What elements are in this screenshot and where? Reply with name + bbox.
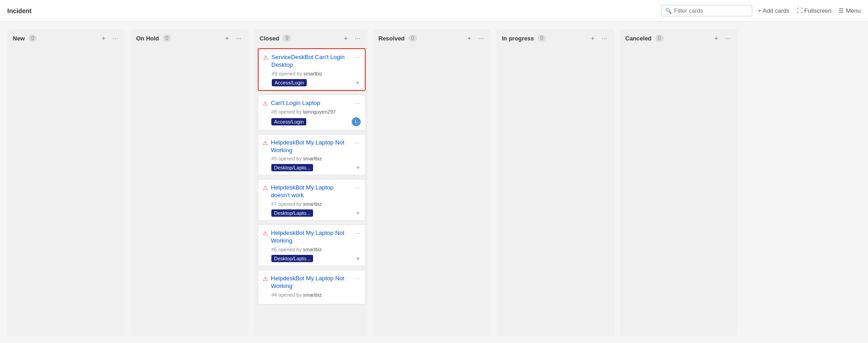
card-item[interactable]: ⚠HelpdeskBot My Laptop Not Working···#6 … [258, 224, 366, 266]
column-add-btn-closed[interactable]: + [342, 34, 349, 43]
card-item[interactable]: ⚠HelpdeskBot My Laptop Not Working···#4 … [258, 270, 366, 304]
fullscreen-button[interactable]: ⛶ Fullscreen [797, 7, 832, 14]
card-menu-button[interactable]: ··· [353, 54, 360, 60]
card-meta: #6 opened by smartbiz [271, 247, 361, 252]
incident-icon: ⚠ [263, 275, 268, 282]
column-title-new: New [13, 35, 25, 42]
card-title[interactable]: HelpdeskBot My Laptop Not Working [271, 139, 351, 154]
star-icon[interactable]: ✦ [355, 164, 361, 171]
column-add-btn-on-hold[interactable]: + [223, 34, 230, 43]
column-header-on-hold: On Hold0+··· [131, 29, 249, 46]
column-add-btn-new[interactable]: + [100, 34, 107, 43]
column-header-in-progress: In progress0+··· [496, 29, 614, 46]
column-count-closed: 9 [283, 35, 291, 42]
top-nav: Incident 🔍 + Add cards ⛶ Fullscreen ☰ Me… [0, 0, 868, 22]
incident-icon: ⚠ [263, 230, 268, 237]
column-more-btn-resolved[interactable]: ··· [476, 34, 485, 43]
card-footer: Access/LoginL [271, 117, 361, 126]
card-item[interactable]: ⚠Can't Login Laptop···#8 opened by lamng… [258, 94, 366, 130]
card-menu-button[interactable]: ··· [354, 275, 361, 282]
card-item[interactable]: ⚠ServiceDeskBot Can't Login Desktop···#9… [258, 48, 366, 91]
card-header-row: ⚠HelpdeskBot My Laptop Not Working··· [263, 275, 361, 290]
star-icon[interactable]: ✦ [355, 79, 360, 86]
column-actions-on-hold: +··· [223, 34, 243, 43]
column-body-closed: ⚠ServiceDeskBot Can't Login Desktop···#9… [254, 46, 368, 336]
app-title: Incident [7, 7, 656, 15]
incident-icon: ⚠ [263, 184, 268, 191]
column-closed: Closed9+···⚠ServiceDeskBot Can't Login D… [254, 29, 368, 336]
column-more-btn-on-hold[interactable]: ··· [234, 34, 243, 43]
column-title-on-hold: On Hold [136, 35, 159, 42]
column-body-canceled [620, 46, 738, 336]
menu-icon: ☰ [839, 7, 844, 14]
card-title[interactable]: HelpdeskBot My Laptop Not Working [271, 229, 351, 245]
column-count-new: 0 [29, 35, 37, 42]
column-header-canceled: Canceled0+··· [620, 29, 738, 46]
menu-button[interactable]: ☰ Menu [839, 7, 861, 14]
column-more-btn-in-progress[interactable]: ··· [600, 34, 609, 43]
card-tag: Desktop/Lapto... [271, 164, 313, 171]
card-meta: #9 opened by smartbiz [272, 71, 360, 76]
column-actions-closed: +··· [342, 34, 362, 43]
incident-icon: ⚠ [263, 139, 268, 146]
column-body-in-progress [496, 46, 614, 336]
card-menu-button[interactable]: ··· [354, 229, 361, 236]
filter-input[interactable] [662, 5, 752, 16]
card-footer: Desktop/Lapto...✦ [271, 209, 361, 217]
card-meta: #4 opened by smartbiz [271, 292, 361, 298]
column-actions-new: +··· [100, 34, 120, 43]
card-item[interactable]: ⚠HelpdeskBot My Laptop Not Working···#5 … [258, 134, 366, 176]
column-title-in-progress: In progress [502, 35, 534, 42]
filter-input-wrap: 🔍 [662, 5, 752, 16]
column-count-in-progress: 0 [538, 35, 546, 42]
card-header-row: ⚠HelpdeskBot My Laptop doesn't work··· [263, 184, 361, 199]
card-tag: Access/Login [272, 79, 307, 86]
card-header-row: ⚠HelpdeskBot My Laptop Not Working··· [263, 139, 361, 154]
column-title-canceled: Canceled [625, 35, 652, 42]
star-icon[interactable]: ✦ [355, 209, 361, 217]
card-footer: Access/Login✦ [272, 79, 360, 86]
card-item[interactable]: ⚠HelpdeskBot My Laptop doesn't work···#7… [258, 179, 366, 221]
column-more-btn-closed[interactable]: ··· [353, 34, 362, 43]
card-meta: #8 opened by lamnguyen297 [271, 109, 361, 114]
star-icon[interactable]: ✦ [355, 255, 361, 262]
column-add-btn-in-progress[interactable]: + [589, 34, 596, 43]
column-actions-canceled: +··· [712, 34, 732, 43]
add-cards-button[interactable]: + Add cards [758, 7, 789, 14]
card-menu-button[interactable]: ··· [354, 99, 361, 106]
column-header-resolved: Resolved0+··· [373, 29, 491, 46]
column-add-btn-resolved[interactable]: + [466, 34, 473, 43]
card-header-row: ⚠Can't Login Laptop··· [263, 99, 361, 107]
column-more-btn-canceled[interactable]: ··· [723, 34, 732, 43]
column-canceled: Canceled0+··· [620, 29, 738, 336]
column-add-btn-canceled[interactable]: + [712, 34, 720, 43]
card-title[interactable]: HelpdeskBot My Laptop doesn't work [271, 184, 351, 199]
column-resolved: Resolved0+··· [373, 29, 491, 336]
column-title-closed: Closed [260, 35, 279, 42]
card-header-row: ⚠HelpdeskBot My Laptop Not Working··· [263, 229, 361, 245]
card-title[interactable]: HelpdeskBot My Laptop Not Working [271, 275, 351, 290]
card-tag: Desktop/Lapto... [271, 209, 313, 217]
card-header-row: ⚠ServiceDeskBot Can't Login Desktop··· [263, 54, 360, 69]
incident-icon: ⚠ [263, 54, 269, 61]
card-title[interactable]: ServiceDeskBot Can't Login Desktop [271, 54, 351, 69]
fullscreen-icon: ⛶ [797, 7, 803, 14]
column-in-progress: In progress0+··· [496, 29, 614, 336]
column-actions-resolved: +··· [466, 34, 485, 43]
column-body-new [7, 46, 125, 336]
card-menu-button[interactable]: ··· [354, 184, 361, 191]
card-footer: Desktop/Lapto...✦ [271, 255, 361, 262]
card-menu-button[interactable]: ··· [354, 139, 361, 146]
card-tag: Access/Login [271, 118, 306, 125]
column-count-resolved: 0 [408, 35, 417, 42]
nav-actions: + Add cards ⛶ Fullscreen ☰ Menu [758, 7, 861, 14]
column-actions-in-progress: +··· [589, 34, 609, 43]
column-header-closed: Closed9+··· [254, 29, 368, 46]
card-footer: Desktop/Lapto...✦ [271, 164, 361, 171]
search-icon: 🔍 [665, 8, 672, 14]
column-on-hold: On Hold0+··· [131, 29, 249, 336]
card-title[interactable]: Can't Login Laptop [271, 99, 351, 107]
column-more-btn-new[interactable]: ··· [111, 34, 120, 43]
board-area: New0+···On Hold0+···Closed9+···⚠ServiceD… [0, 22, 868, 343]
column-body-resolved [373, 46, 491, 336]
